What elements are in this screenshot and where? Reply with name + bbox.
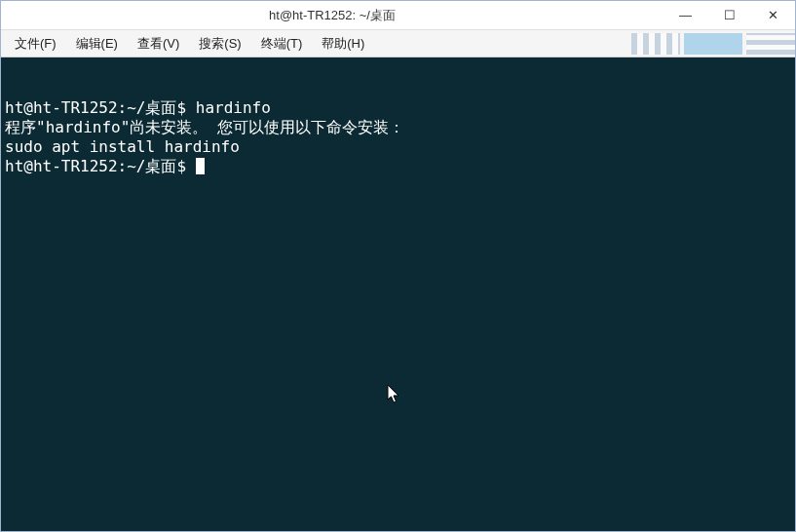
menu-search[interactable]: 搜索(S) — [189, 31, 250, 57]
decor-pattern-icon — [631, 33, 680, 55]
maximize-icon: ☐ — [724, 8, 736, 22]
window-title: ht@ht-TR1252: ~/桌面 — [1, 7, 663, 24]
close-icon: ✕ — [768, 8, 778, 22]
menubar: 文件(F) 编辑(E) 查看(V) 搜索(S) 终端(T) 帮助(H) — [1, 30, 795, 57]
terminal-line: ht@ht-TR1252:~/桌面$ — [5, 157, 791, 176]
decor-block-icon — [684, 33, 742, 55]
menu-file[interactable]: 文件(F) — [5, 31, 66, 57]
close-button[interactable]: ✕ — [751, 1, 795, 29]
maximize-button[interactable]: ☐ — [707, 1, 751, 29]
terminal-output[interactable]: ht@ht-TR1252:~/桌面$ hardinfo程序"hardinfo"尚… — [1, 57, 795, 531]
terminal-line: ht@ht-TR1252:~/桌面$ hardinfo — [5, 98, 791, 118]
menu-view[interactable]: 查看(V) — [128, 31, 189, 57]
window-controls: — ☐ ✕ — [663, 1, 795, 29]
shell-command: hardinfo — [196, 98, 271, 117]
menubar-decoration — [627, 30, 795, 57]
menu-help[interactable]: 帮助(H) — [312, 31, 374, 57]
shell-prompt: ht@ht-TR1252:~/桌面$ — [5, 98, 196, 117]
mouse-cursor-icon — [387, 384, 402, 405]
decor-pattern-icon — [746, 33, 795, 55]
terminal-cursor-icon — [196, 158, 205, 174]
menu-terminal[interactable]: 终端(T) — [251, 31, 313, 57]
minimize-icon: — — [679, 8, 692, 22]
titlebar[interactable]: ht@ht-TR1252: ~/桌面 — ☐ ✕ — [1, 1, 795, 30]
shell-prompt: ht@ht-TR1252:~/桌面$ — [5, 157, 196, 175]
minimize-button[interactable]: — — [663, 1, 707, 29]
terminal-window: ht@ht-TR1252: ~/桌面 — ☐ ✕ 文件(F) 编辑(E) 查看(… — [0, 0, 796, 532]
terminal-line: sudo apt install hardinfo — [5, 137, 791, 157]
terminal-line: 程序"hardinfo"尚未安装。 您可以使用以下命令安装： — [5, 118, 791, 137]
menu-edit[interactable]: 编辑(E) — [66, 31, 128, 57]
